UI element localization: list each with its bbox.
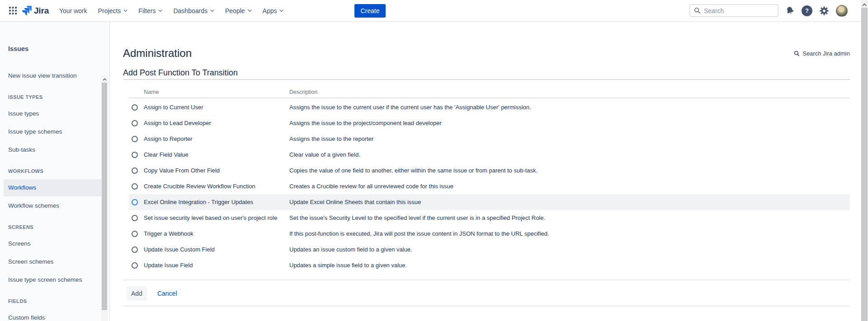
post-function-name: Update Issue Field — [144, 262, 289, 269]
sidebar-item-screens[interactable]: Screens — [4, 235, 106, 252]
divider — [123, 279, 850, 280]
column-header-name: Name — [144, 89, 289, 95]
table-row-excel-online-integration-trigger-updates[interactable]: Excel Online Integration - Trigger Updat… — [129, 194, 850, 210]
sidebar-item-custom-fields[interactable]: Custom fields — [4, 309, 106, 321]
sidebar-item-workflows[interactable]: Workflows — [4, 179, 106, 196]
nav-menu-item-label: Your work — [59, 7, 87, 14]
cancel-link[interactable]: Cancel — [157, 290, 177, 297]
radio-button[interactable] — [132, 120, 138, 126]
post-function-name: Create Crucible Review Workflow Function — [144, 183, 289, 190]
post-function-description: Clear value of a given field. — [289, 151, 850, 158]
radio-button[interactable] — [132, 104, 138, 111]
radio-button[interactable] — [132, 247, 138, 253]
table-row-create-crucible-review-workflow-function[interactable]: Create Crucible Review Workflow Function… — [129, 178, 850, 194]
jira-logo[interactable]: Jira — [22, 6, 49, 16]
radio-button[interactable] — [132, 199, 138, 205]
table-row-trigger-a-webhook[interactable]: Trigger a Webhook If this post-function … — [129, 226, 850, 242]
sidebar-scrollbar-up-arrow[interactable] — [101, 76, 108, 83]
search-jira-admin-link[interactable]: Search Jira admin — [794, 50, 850, 57]
sidebar-item-screen-schemes[interactable]: Screen schemes — [4, 253, 106, 270]
sidebar-item-workflow-schemes[interactable]: Workflow schemes — [4, 197, 106, 214]
settings-gear-icon[interactable] — [819, 6, 829, 16]
post-function-list: Assign to Current User Assigns the issue… — [129, 98, 850, 273]
post-function-description: Assigns the issue to the current user if… — [289, 104, 850, 111]
nav-menu-item-label: People — [225, 7, 245, 14]
chevron-down-icon — [158, 9, 162, 12]
table-row-assign-to-lead-developer[interactable]: Assign to Lead Developer Assigns the iss… — [129, 115, 850, 131]
page-scrollbar-thumb[interactable] — [861, 8, 868, 321]
post-function-description: Updates a simple issue field to a given … — [289, 262, 850, 269]
radio-button[interactable] — [132, 183, 138, 190]
post-function-description: Set the issue's Security Level to the sp… — [289, 214, 850, 221]
radio-button[interactable] — [132, 152, 138, 158]
jira-logo-text: Jira — [34, 6, 49, 16]
radio-button[interactable] — [132, 136, 138, 142]
page-title: Administration — [123, 47, 192, 60]
nav-item-apps[interactable]: Apps — [259, 5, 288, 17]
radio-button[interactable] — [132, 231, 138, 237]
post-function-name: Set issue security level based on user's… — [144, 214, 289, 221]
nav-item-projects[interactable]: Projects — [94, 5, 132, 17]
table-row-update-issue-custom-field[interactable]: Update Issue Custom Field Updates an iss… — [129, 242, 850, 257]
chevron-down-icon — [123, 9, 127, 12]
create-button[interactable]: Create — [354, 4, 385, 18]
top-nav-right: ? — [689, 4, 848, 17]
sidebar-heading-workflows: WORKFLOWS — [8, 167, 101, 175]
post-function-description: If this post-function is executed, Jira … — [289, 230, 850, 237]
post-function-name: Assign to Lead Developer — [144, 120, 289, 126]
nav-item-your-work[interactable]: Your work — [55, 5, 91, 17]
table-row-copy-value-from-other-field[interactable]: Copy Value From Other Field Copies the v… — [129, 163, 850, 178]
global-search[interactable] — [689, 4, 778, 17]
jira-logo-icon — [22, 6, 32, 15]
search-jira-admin-label: Search Jira admin — [802, 50, 850, 57]
column-header-description: Description — [289, 89, 850, 95]
user-avatar[interactable] — [836, 5, 848, 17]
post-function-description: Updates an issue custom field to a given… — [289, 246, 850, 253]
nav-item-dashboards[interactable]: Dashboards — [169, 5, 218, 17]
post-function-description: Assigns the issue to the reporter — [289, 135, 850, 142]
nav-menu-item-label: Projects — [98, 7, 121, 14]
section-title: Add Post Function To Transition — [123, 68, 850, 80]
search-icon — [694, 7, 701, 14]
table-row-set-issue-security-level-based-on-user-s-project-role[interactable]: Set issue security level based on user's… — [129, 210, 850, 226]
sidebar-scrollbar[interactable] — [101, 75, 108, 321]
post-function-name: Excel Online Integration - Trigger Updat… — [144, 199, 289, 205]
table-header: Name Description — [129, 80, 850, 98]
notifications-bell-icon[interactable] — [784, 5, 796, 16]
search-input[interactable] — [704, 7, 758, 14]
post-function-name: Update Issue Custom Field — [144, 246, 289, 253]
sidebar-heading-screens: SCREENS — [8, 223, 101, 231]
table-row-clear-field-value[interactable]: Clear Field Value Clear value of a given… — [129, 147, 850, 163]
table-row-update-issue-field[interactable]: Update Issue Field Updates a simple issu… — [129, 257, 850, 273]
table-row-assign-to-current-user[interactable]: Assign to Current User Assigns the issue… — [129, 99, 850, 115]
sidebar-item-sub-tasks[interactable]: Sub-tasks — [4, 141, 106, 158]
chevron-down-icon — [248, 9, 252, 12]
page-scrollbar-up-arrow[interactable] — [861, 2, 868, 7]
table-row-assign-to-reporter[interactable]: Assign to Reporter Assigns the issue to … — [129, 131, 850, 147]
sidebar-item-issue-type-screen-schemes[interactable]: Issue type screen schemes — [4, 271, 106, 288]
nav-menu-item-label: Dashboards — [173, 7, 208, 14]
add-button[interactable]: Add — [127, 286, 147, 301]
post-function-name: Assign to Current User — [144, 104, 289, 111]
nav-item-filters[interactable]: Filters — [134, 5, 166, 17]
help-icon[interactable]: ? — [802, 5, 812, 16]
chevron-down-icon — [210, 9, 214, 12]
sidebar-heading-issue-types: ISSUE TYPES — [8, 93, 101, 101]
radio-button[interactable] — [132, 215, 138, 221]
nav-item-people[interactable]: People — [221, 5, 256, 17]
post-function-description: Update Excel Online Sheets that contain … — [289, 199, 850, 205]
sidebar-item-issue-type-schemes[interactable]: Issue type schemes — [4, 123, 106, 140]
post-function-name: Copy Value From Other Field — [144, 167, 289, 174]
post-function-description: Creates a Crucible review for all unrevi… — [289, 183, 850, 190]
sidebar-item-new-issue-view-transition[interactable]: New issue view transition — [4, 67, 106, 84]
radio-button[interactable] — [132, 262, 138, 269]
sidebar-item-issue-types[interactable]: Issue types — [4, 105, 106, 122]
app-switcher-icon[interactable] — [7, 5, 19, 16]
page-scrollbar[interactable] — [861, 0, 868, 321]
sidebar-heading-fields: FIELDS — [8, 298, 101, 305]
sidebar-title: Issues — [8, 44, 101, 53]
sidebar-scrollbar-thumb[interactable] — [102, 83, 107, 310]
radio-button[interactable] — [132, 167, 138, 174]
top-nav-menu: Your work Projects Filters Dashboards Pe… — [55, 5, 290, 17]
post-function-description: Copies the value of one field to another… — [289, 167, 850, 174]
